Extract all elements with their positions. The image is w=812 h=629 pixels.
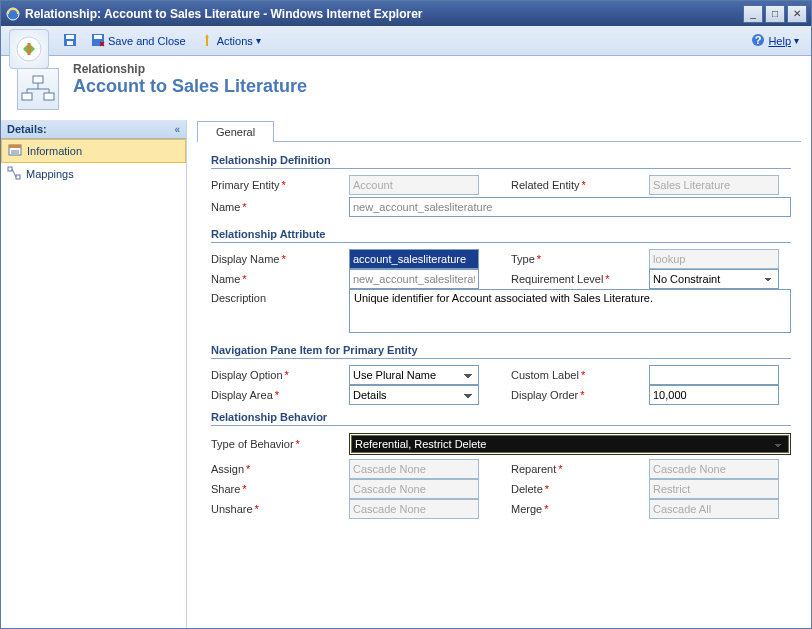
display-option-select[interactable]: Use Plural Name	[349, 365, 479, 385]
help-icon: ?	[751, 33, 765, 49]
sidebar-header-label: Details:	[7, 123, 47, 135]
actions-icon	[200, 33, 214, 49]
save-close-icon	[91, 33, 105, 49]
reparent-select: Cascade None	[649, 459, 779, 479]
custom-label-input	[649, 365, 779, 385]
share-select: Cascade None	[349, 479, 479, 499]
actions-menu[interactable]: Actions ▾	[196, 31, 265, 51]
related-entity-select: Sales Literature	[649, 175, 779, 195]
merge-select: Cascade All	[649, 499, 779, 519]
sidebar: Details: « Information Mappings	[1, 120, 187, 628]
section-relationship-attribute: Relationship Attribute	[211, 222, 791, 243]
svg-text:?: ?	[755, 34, 762, 46]
mappings-icon	[7, 166, 21, 182]
label-custom-label: Custom Label*	[511, 369, 649, 381]
ie-icon	[5, 6, 21, 22]
save-button[interactable]	[59, 31, 81, 51]
label-assign: Assign*	[211, 463, 349, 475]
save-and-close-button[interactable]: Save and Close	[87, 31, 190, 51]
svg-rect-10	[22, 93, 32, 100]
svg-rect-13	[9, 145, 21, 148]
label-requirement-level: Requirement Level*	[511, 273, 649, 285]
label-display-option: Display Option*	[211, 369, 349, 381]
label-display-order: Display Order*	[511, 389, 649, 401]
help-link[interactable]: ? Help ▾	[747, 31, 803, 51]
page-kind: Relationship	[73, 62, 307, 76]
primary-entity-select: Account	[349, 175, 479, 195]
description-textarea[interactable]: Unique identifier for Account associated…	[349, 289, 791, 333]
svg-rect-4	[67, 41, 73, 45]
app-logo	[9, 29, 49, 69]
content-area: General Relationship Definition Primary …	[187, 120, 811, 628]
actions-label: Actions	[217, 35, 253, 47]
maximize-button[interactable]: □	[765, 5, 785, 23]
label-display-area: Display Area*	[211, 389, 349, 401]
help-label: Help	[768, 35, 791, 47]
tab-general[interactable]: General	[197, 121, 274, 142]
label-delete: Delete*	[511, 483, 649, 495]
svg-rect-15	[16, 175, 20, 179]
label-reparent: Reparent*	[511, 463, 649, 475]
label-unshare: Unshare*	[211, 503, 349, 515]
save-close-label: Save and Close	[108, 35, 186, 47]
display-area-select[interactable]: Details	[349, 385, 479, 405]
chevron-down-icon: ▾	[794, 35, 799, 46]
type-of-behavior-select[interactable]: Referential, Restrict Delete	[351, 435, 789, 453]
relationship-name-input	[349, 197, 791, 217]
sidebar-item-mappings[interactable]: Mappings	[1, 163, 186, 185]
assign-select: Cascade None	[349, 459, 479, 479]
collapse-icon: «	[174, 124, 180, 135]
relationship-icon	[17, 68, 59, 110]
sidebar-item-label: Mappings	[26, 168, 74, 180]
label-name: Name*	[211, 201, 349, 213]
unshare-select: Cascade None	[349, 499, 479, 519]
svg-rect-3	[66, 35, 74, 39]
sidebar-item-information[interactable]: Information	[1, 139, 186, 163]
display-name-input[interactable]	[349, 249, 479, 269]
svg-rect-14	[8, 167, 12, 171]
page-header: Relationship Account to Sales Literature	[1, 56, 811, 120]
svg-rect-11	[44, 93, 54, 100]
label-type: Type*	[511, 253, 649, 265]
label-share: Share*	[211, 483, 349, 495]
minimize-button[interactable]: _	[743, 5, 763, 23]
chevron-down-icon: ▾	[256, 35, 261, 46]
section-relationship-behavior: Relationship Behavior	[211, 405, 791, 426]
save-icon	[63, 33, 77, 49]
label-type-of-behavior: Type of Behavior*	[211, 438, 349, 450]
page-title: Account to Sales Literature	[73, 76, 307, 97]
information-icon	[8, 143, 22, 159]
display-order-input[interactable]	[649, 385, 779, 405]
label-attr-name: Name*	[211, 273, 349, 285]
close-button[interactable]: ✕	[787, 5, 807, 23]
window-titlebar: Relationship: Account to Sales Literatur…	[1, 1, 811, 26]
sidebar-header[interactable]: Details: «	[1, 120, 186, 139]
attr-name-input	[349, 269, 479, 289]
label-description: Description	[211, 289, 349, 304]
label-display-name: Display Name*	[211, 253, 349, 265]
sidebar-item-label: Information	[27, 145, 82, 157]
label-merge: Merge*	[511, 503, 649, 515]
section-navigation-pane: Navigation Pane Item for Primary Entity	[211, 338, 791, 359]
section-relationship-definition: Relationship Definition	[211, 148, 791, 169]
svg-rect-9	[33, 76, 43, 83]
type-select: lookup	[649, 249, 779, 269]
delete-select: Restrict	[649, 479, 779, 499]
label-primary-entity: Primary Entity*	[211, 179, 349, 191]
toolbar: Save and Close Actions ▾ ? Help ▾	[1, 26, 811, 56]
window-title: Relationship: Account to Sales Literatur…	[25, 7, 743, 21]
tab-bar: General	[197, 120, 801, 142]
svg-rect-6	[94, 35, 102, 39]
label-related-entity: Related Entity*	[511, 179, 649, 191]
requirement-level-select[interactable]: No Constraint	[649, 269, 779, 289]
